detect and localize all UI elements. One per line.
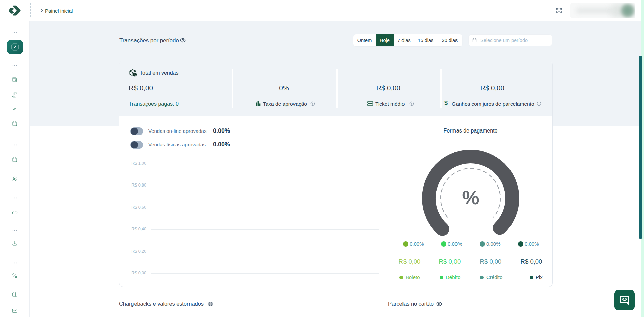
svg-text:%: % xyxy=(462,187,479,208)
